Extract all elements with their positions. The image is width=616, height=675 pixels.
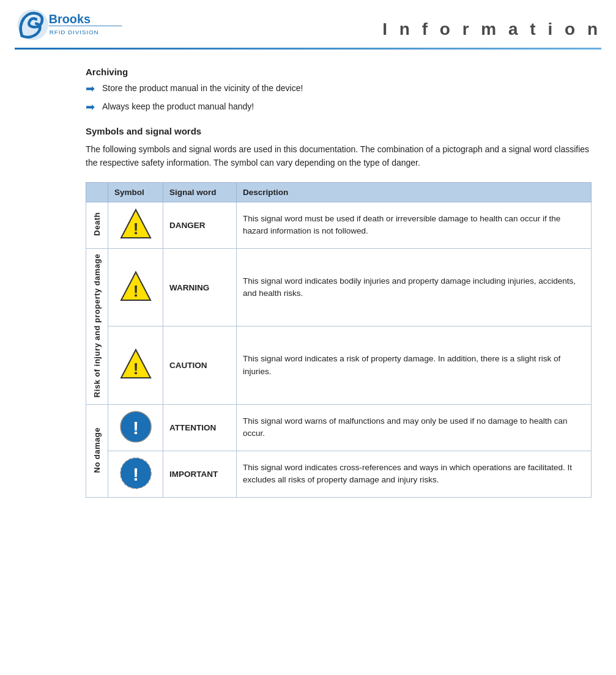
archiving-title: Archiving [86, 67, 592, 77]
col-header-empty [86, 182, 108, 202]
bullet-arrow-icon: ➡ [86, 100, 95, 114]
list-item: ➡ Store the product manual in the vicini… [86, 83, 592, 95]
svg-text:!: ! [133, 219, 138, 238]
important-description: This signal word indicates cross-referen… [237, 451, 592, 497]
attention-signal-word: ATTENTION [163, 404, 237, 451]
table-row: No damage ! ATTENTION This signal word w… [86, 404, 592, 451]
table-header-row: Symbol Signal word Description [86, 182, 592, 202]
svg-text:!: ! [133, 418, 139, 438]
warning-description: This signal word indicates bodily injuri… [237, 248, 592, 326]
archiving-section: Archiving ➡ Store the product manual in … [86, 67, 592, 114]
svg-text:!: ! [133, 464, 139, 484]
symbols-paragraph: The following symbols and signal words a… [86, 142, 592, 170]
row-label-no-damage: No damage [86, 404, 108, 497]
bullet-arrow-icon: ➡ [86, 82, 95, 95]
attention-symbol-cell: ! [108, 404, 163, 451]
important-symbol-cell: ! [108, 451, 163, 497]
danger-signal-word: DANGER [163, 202, 237, 248]
danger-triangle-icon: ! [119, 207, 153, 242]
safety-table: Symbol Signal word Description Death ! D… [86, 182, 592, 498]
caution-signal-word: CAUTION [163, 326, 237, 405]
attention-description: This signal word warns of malfunctions a… [237, 404, 592, 451]
symbols-section: Symbols and signal words The following s… [86, 126, 592, 170]
attention-circle-icon: ! [119, 410, 153, 444]
list-item: ➡ Always keep the product manual handy! [86, 101, 592, 114]
caution-description: This signal word indicates a risk of pro… [237, 326, 592, 405]
svg-text:!: ! [133, 282, 138, 300]
symbols-title: Symbols and signal words [86, 126, 592, 136]
row-label-death: Death [86, 202, 108, 248]
row-label-risk: Risk of injury and property damage [86, 248, 108, 404]
main-content: Archiving ➡ Store the product manual in … [0, 50, 616, 515]
danger-description: This signal word must be used if death o… [237, 202, 592, 248]
table-row: Risk of injury and property damage ! WAR… [86, 248, 592, 326]
caution-triangle-icon: ! [119, 347, 153, 382]
brooks-logo: Brooks RFID DIVISION [15, 6, 125, 43]
table-row: Death ! DANGER This signal word must be … [86, 202, 592, 248]
col-header-description: Description [237, 182, 592, 202]
svg-text:RFID DIVISION: RFID DIVISION [50, 29, 99, 35]
list-item-text: Always keep the product manual handy! [102, 101, 254, 111]
page-title: I n f o r m a t i o n [382, 20, 601, 43]
warning-triangle-icon: ! [119, 270, 153, 304]
logo-area: Brooks RFID DIVISION [15, 6, 125, 43]
important-signal-word: IMPORTANT [163, 451, 237, 497]
archiving-list: ➡ Store the product manual in the vicini… [86, 83, 592, 114]
warning-signal-word: WARNING [163, 248, 237, 326]
svg-text:Brooks: Brooks [49, 12, 91, 26]
col-header-signal: Signal word [163, 182, 237, 202]
svg-text:!: ! [133, 360, 138, 378]
caution-symbol-cell: ! [108, 326, 163, 405]
col-header-symbol: Symbol [108, 182, 163, 202]
important-circle-icon: ! [119, 456, 153, 490]
table-row: ! CAUTION This signal word indicates a r… [86, 326, 592, 405]
danger-symbol-cell: ! [108, 202, 163, 248]
list-item-text: Store the product manual in the vicinity… [102, 83, 303, 93]
table-row: ! IMPORTANT This signal word indicates c… [86, 451, 592, 497]
page-header: Brooks RFID DIVISION I n f o r m a t i o… [0, 0, 616, 43]
warning-symbol-cell: ! [108, 248, 163, 326]
